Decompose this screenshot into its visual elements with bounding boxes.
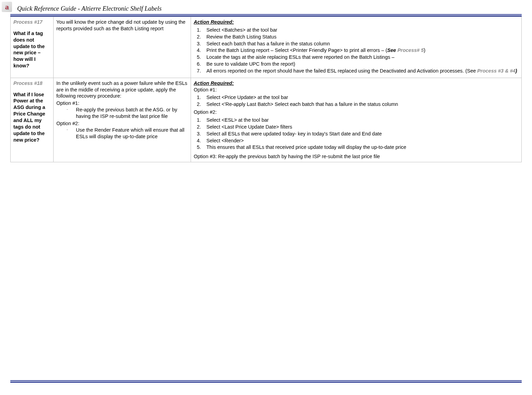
list-item: Select <ESL> at the tool bar [202, 117, 519, 123]
logo-icon: a [2, 2, 12, 12]
process-title: What if a tag does not update to the new… [13, 30, 50, 69]
paren-close: ) [424, 47, 426, 53]
option-bullets: Re-apply the previous batch at the ASG. … [56, 107, 188, 120]
option-bullets: Use the Render Feature which will ensure… [56, 127, 188, 140]
option-label: Option #1: [56, 100, 188, 107]
action-steps-list: Select <ESL> at the tool bar Select <Las… [194, 117, 519, 151]
step-text: All errors reported on the report should… [206, 68, 477, 74]
list-item: Select <'Re-apply Last Batch> Select eac… [202, 101, 519, 108]
question-mark: ? [26, 63, 29, 68]
list-item: Review the Batch Listing Status [202, 34, 519, 40]
list-item: This ensures that all ESLs that received… [202, 144, 519, 151]
list-item: All errors reported on the report should… [202, 68, 519, 74]
list-item: Print the Batch Listing report – Select … [202, 47, 519, 54]
step-text: Print the Batch Listing report – Select … [206, 47, 387, 53]
process-number: Process #18 [13, 80, 50, 87]
process-table: Process #17 What if a tag does not updat… [10, 17, 522, 162]
process-cell: Process #17 What if a tag does not updat… [11, 17, 54, 78]
table-row: Process #18 What if I lose Power at the … [11, 78, 522, 162]
process-ref: Process# 5 [397, 47, 424, 53]
option3-text: Option #3: Re-apply the previous batch b… [194, 153, 519, 160]
footer-divider [10, 380, 522, 383]
process-table-wrap: Process #17 What if a tag does not updat… [0, 17, 532, 162]
list-item: Be sure to validate UPC from the report) [202, 61, 519, 67]
process-ref: Process #3 & #4 [477, 68, 516, 74]
action-steps-list: Select <Batches> at the tool bar Review … [194, 27, 519, 74]
option-heading: Option #2: [194, 109, 519, 116]
list-item: Select all ESLs that were updated today-… [202, 131, 519, 137]
action-steps-list: Select <Price Update> at the tool bar Se… [194, 94, 519, 108]
list-item: Re-apply the previous batch at the ASG. … [65, 107, 188, 120]
list-item: Select each batch that has a failure in … [202, 41, 519, 47]
list-item: Select <Price Update> at the tool bar [202, 94, 519, 101]
action-required-heading: Action Required: [194, 80, 234, 86]
list-item: Locate the tags at the aisle replacing E… [202, 54, 519, 61]
process-cell: Process #18 What if I lose Power at the … [11, 78, 54, 162]
process-title: What if I lose Power at the ASG during a… [13, 91, 50, 143]
option-heading: Option #1: [194, 87, 519, 93]
action-required-heading: Action Required: [194, 19, 234, 25]
list-item: Select <Render> [202, 138, 519, 144]
page-title: Quick Reference Guide - Altierre Electro… [0, 0, 532, 13]
action-cell: Action Required: Option #1: Select <Pric… [191, 78, 522, 162]
description-cell: In the unlikely event such as a power fa… [54, 78, 191, 162]
process-number: Process #17 [13, 19, 50, 25]
option-label: Option #2: [56, 120, 188, 127]
paren-close: ) [516, 68, 517, 74]
list-item: Select <Batches> at the tool bar [202, 27, 519, 33]
list-item: Use the Render Feature which will ensure… [65, 127, 188, 140]
description-cell: You will know the price change did not u… [54, 17, 191, 78]
table-row: Process #17 What if a tag does not updat… [11, 17, 522, 78]
list-item: Select <Last Price Update Date> filters [202, 124, 519, 130]
action-cell: Action Required: Select <Batches> at the… [191, 17, 522, 78]
header-divider [10, 14, 522, 17]
see-label: See [387, 47, 397, 53]
desc-intro: In the unlikely event such as a power fa… [56, 80, 188, 100]
